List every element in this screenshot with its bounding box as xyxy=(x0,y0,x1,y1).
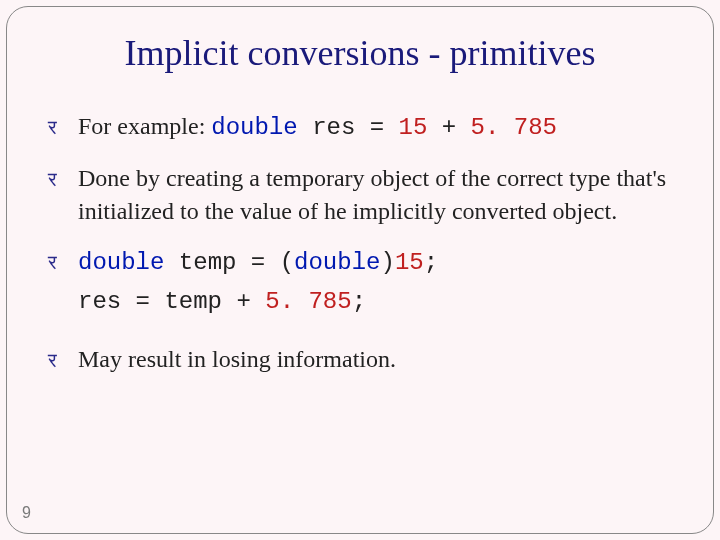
bullet-icon: र xyxy=(48,117,57,137)
slide-content: Implicit conversions - primitives र For … xyxy=(0,0,720,540)
bullet-item-3-line2: res = temp + 5. 785; xyxy=(78,288,680,315)
slide-title: Implicit conversions - primitives xyxy=(40,32,680,74)
page-number: 9 xyxy=(22,504,31,522)
bullet-item-3: र double temp = (double)15; xyxy=(78,245,680,279)
code-text: ; xyxy=(352,288,366,315)
code-keyword: double xyxy=(294,249,380,276)
bullet-1-prefix: For example: xyxy=(78,113,211,139)
bullet-4-text: May result in losing information. xyxy=(78,346,396,372)
bullet-item-2: र Done by creating a temporary object of… xyxy=(78,162,680,227)
code-number: 15 xyxy=(399,114,428,141)
code-number: 5. 785 xyxy=(471,114,557,141)
code-text: ) xyxy=(380,249,394,276)
bullet-item-1: र For example: double res = 15 + 5. 785 xyxy=(78,110,680,144)
code-text: res = temp + xyxy=(78,288,265,315)
code-keyword: double xyxy=(78,249,164,276)
bullet-2-text: Done by creating a temporary object of t… xyxy=(78,165,666,223)
code-number: 5. 785 xyxy=(265,288,351,315)
bullet-icon: र xyxy=(48,169,57,189)
bullet-item-4: र May result in losing information. xyxy=(78,343,680,375)
bullet-icon: र xyxy=(48,252,57,272)
code-keyword: double xyxy=(211,114,297,141)
code-text: ; xyxy=(424,249,438,276)
code-number: 15 xyxy=(395,249,424,276)
bullet-icon: र xyxy=(48,350,57,370)
code-text: res = xyxy=(298,114,399,141)
bullet-list: र For example: double res = 15 + 5. 785 … xyxy=(40,110,680,375)
code-text: + xyxy=(427,114,470,141)
code-text: temp = ( xyxy=(164,249,294,276)
